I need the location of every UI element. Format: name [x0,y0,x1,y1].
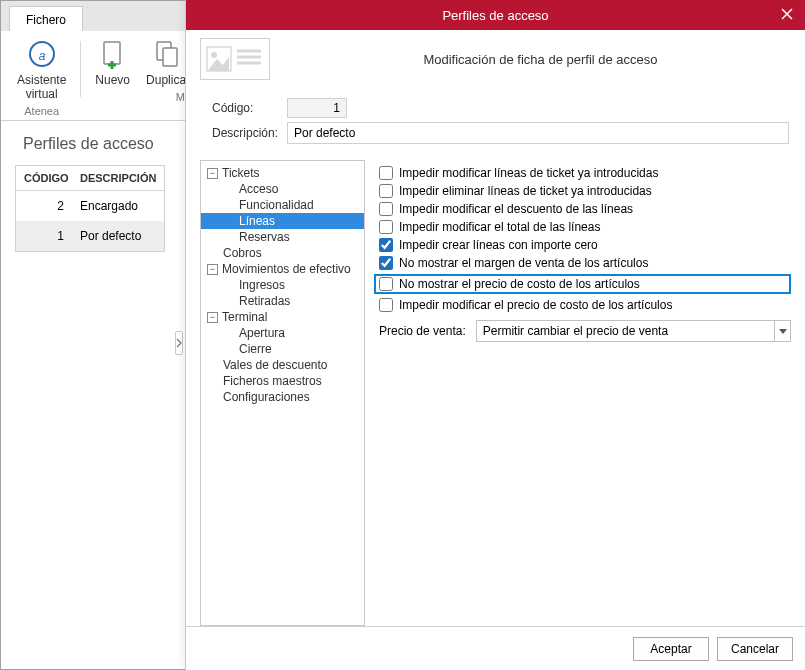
tree-item[interactable]: Apertura [201,325,364,341]
tree-item[interactable]: Vales de descuento [201,357,364,373]
ribbon-asistente-virtual[interactable]: a Asistente virtual [9,37,74,101]
cell-desc: Encargado [72,191,146,221]
close-button[interactable] [777,4,797,24]
option-row[interactable]: No mostrar el precio de costo de los art… [374,274,791,294]
col-codigo[interactable]: CÓDIGO [16,166,72,190]
splitter-handle[interactable] [175,331,183,355]
tree-item[interactable]: Cierre [201,341,364,357]
image-placeholder-icon [205,43,265,75]
duplicate-icon [151,37,185,71]
tree-item-label: Funcionalidad [239,198,314,212]
tree-item-label: Vales de descuento [223,358,328,372]
tree-item[interactable]: Ingresos [201,277,364,293]
option-row[interactable]: Impedir crear líneas con importe cero [379,238,791,252]
descripcion-field[interactable] [287,122,789,144]
col-descripcion[interactable]: DESCRIPCIÓN [72,166,164,190]
tree-toggle-icon[interactable]: − [207,312,218,323]
form-section: Código: 1 Descripción: [200,90,791,160]
option-label: Impedir modificar el precio de costo de … [399,298,672,312]
tab-fichero[interactable]: Fichero [9,6,83,31]
option-checkbox[interactable] [379,220,393,234]
table-header: CÓDIGO DESCRIPCIÓN [16,166,164,191]
tree-item[interactable]: −Movimientos de efectivo [201,261,364,277]
tree-item-label: Ficheros maestros [223,374,322,388]
tree-item[interactable]: −Tickets [201,165,364,181]
tree-item-label: Cierre [239,342,272,356]
dialog-title: Perfiles de acceso [442,8,548,23]
precio-venta-select[interactable]: Permitir cambiar el precio de venta [476,320,791,342]
option-row[interactable]: Impedir modificar el descuento de las lí… [379,202,791,216]
descripcion-label: Descripción: [212,126,287,140]
ribbon-label: Duplicar [146,73,190,87]
ribbon-label: Asistente [17,73,66,87]
cell-codigo: 1 [16,221,72,251]
tree-item[interactable]: Reservas [201,229,364,245]
option-row[interactable]: Impedir modificar líneas de ticket ya in… [379,166,791,180]
tree-item[interactable]: Cobros [201,245,364,261]
ribbon-nuevo[interactable]: Nuevo [87,37,138,87]
option-label: No mostrar el margen de venta de los art… [399,256,648,270]
option-checkbox[interactable] [379,277,393,291]
cell-desc: Por defecto [72,221,149,251]
edit-profile-dialog: Perfiles de acceso Modificación de ficha… [185,0,805,670]
option-checkbox[interactable] [379,238,393,252]
tree-item-label: Apertura [239,326,285,340]
option-checkbox[interactable] [379,256,393,270]
tree-item-label: Terminal [222,310,267,324]
tree-toggle-icon[interactable]: − [207,168,218,179]
tree-item[interactable]: Líneas [201,213,364,229]
tree-item-label: Reservas [239,230,290,244]
tree-item[interactable]: Ficheros maestros [201,373,364,389]
dialog-titlebar: Perfiles de acceso [186,0,805,30]
profiles-table: CÓDIGO DESCRIPCIÓN 2Encargado1Por defect… [15,165,165,252]
tree-item-label: Líneas [239,214,275,228]
option-row[interactable]: Impedir modificar el precio de costo de … [379,298,791,312]
tree-item[interactable]: Configuraciones [201,389,364,405]
svg-rect-2 [104,42,120,64]
option-checkbox[interactable] [379,166,393,180]
tree-item[interactable]: Acceso [201,181,364,197]
close-icon [781,8,793,20]
option-label: No mostrar el precio de costo de los art… [399,277,640,291]
dialog-subtitle: Modificación de ficha de perfil de acces… [290,52,791,67]
option-label: Impedir modificar el descuento de las lí… [399,202,633,216]
tree-item[interactable]: Funcionalidad [201,197,364,213]
tree-item[interactable]: −Terminal [201,309,364,325]
codigo-field[interactable]: 1 [287,98,347,118]
table-row[interactable]: 2Encargado [16,191,164,221]
thumbnail-placeholder [200,38,270,80]
cancel-button[interactable]: Cancelar [717,637,793,661]
tree-item-label: Tickets [222,166,260,180]
tree-item-label: Ingresos [239,278,285,292]
chevron-down-icon [774,321,790,341]
chevron-right-icon [176,338,182,348]
dialog-footer: Aceptar Cancelar [186,626,805,670]
option-label: Impedir modificar líneas de ticket ya in… [399,166,658,180]
table-row[interactable]: 1Por defecto [16,221,164,251]
options-panel: Impedir modificar líneas de ticket ya in… [379,160,791,626]
option-row[interactable]: No mostrar el margen de venta de los art… [379,256,791,270]
ribbon-label: virtual [17,87,66,101]
option-label: Impedir eliminar líneas de ticket ya int… [399,184,652,198]
assistant-icon: a [25,37,59,71]
tree-toggle-icon[interactable]: − [207,264,218,275]
cell-codigo: 2 [16,191,72,221]
precio-venta-label: Precio de venta: [379,324,466,338]
tree-item-label: Configuraciones [223,390,310,404]
codigo-label: Código: [212,101,287,115]
tree-item-label: Retiradas [239,294,290,308]
option-checkbox[interactable] [379,184,393,198]
option-checkbox[interactable] [379,202,393,216]
accept-button[interactable]: Aceptar [633,637,709,661]
new-file-icon [96,37,130,71]
option-checkbox[interactable] [379,298,393,312]
tree-item-label: Acceso [239,182,278,196]
tree-item-label: Cobros [223,246,262,260]
select-value: Permitir cambiar el precio de venta [483,324,668,338]
category-tree[interactable]: −TicketsAccesoFuncionalidadLíneasReserva… [200,160,365,626]
tree-item[interactable]: Retiradas [201,293,364,309]
svg-point-10 [211,52,217,58]
option-row[interactable]: Impedir modificar el total de las líneas [379,220,791,234]
option-row[interactable]: Impedir eliminar líneas de ticket ya int… [379,184,791,198]
ribbon-separator [80,41,81,97]
